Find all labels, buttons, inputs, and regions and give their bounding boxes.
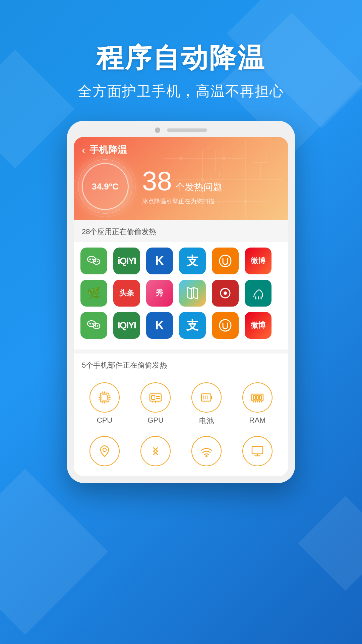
hw-item-ram: RAM xyxy=(232,382,283,426)
svg-point-7 xyxy=(179,157,183,160)
svg-point-35 xyxy=(97,325,99,327)
hw-item-location xyxy=(79,436,130,470)
svg-point-72 xyxy=(205,455,207,457)
app-icon-weibo-1[interactable]: 微博 xyxy=(245,248,272,274)
app-icon-med[interactable]: 🌿 xyxy=(80,280,107,307)
app-icon-wechat-2[interactable] xyxy=(80,312,107,339)
svg-rect-36 xyxy=(100,393,109,402)
hardware-section: 5个手机部件正在偷偷发热 xyxy=(74,354,288,476)
apps-row-3: iQIYI K 支 微博 xyxy=(80,312,282,339)
svg-point-34 xyxy=(95,325,96,327)
hw-item-wifi xyxy=(181,436,232,470)
app-icon-weibo-2[interactable]: 微博 xyxy=(245,312,272,339)
svg-point-9 xyxy=(222,157,226,160)
ram-icon xyxy=(242,382,273,413)
svg-point-17 xyxy=(89,259,91,260)
svg-rect-51 xyxy=(152,395,155,399)
svg-marker-22 xyxy=(187,287,197,299)
phone-camera xyxy=(155,127,160,133)
hw-item-cpu: CPU xyxy=(79,382,130,426)
app-icon-uc-2[interactable] xyxy=(212,312,239,339)
temperature-value: 34.9°C xyxy=(92,181,119,192)
app-icon-alipay-1[interactable]: 支 xyxy=(179,248,206,274)
svg-rect-12 xyxy=(211,171,220,180)
svg-rect-73 xyxy=(252,446,263,454)
app-icon-xiuxiu[interactable]: 秀 xyxy=(146,280,173,307)
app-icon-maps[interactable] xyxy=(179,280,206,307)
app-icon-kuwo-2[interactable]: K xyxy=(146,312,173,339)
apps-grid: iQIYI K 支 微博 xyxy=(74,242,288,350)
app-icon-wechat-1[interactable] xyxy=(80,248,107,274)
hardware-section-label: 5个手机部件正在偷偷发热 xyxy=(74,354,288,376)
app-screen-title: 手机降温 xyxy=(89,144,127,156)
app-icon-iqiyi-2[interactable]: iQIYI xyxy=(113,312,140,339)
phone-top-bar xyxy=(74,127,288,133)
app-body: 28个应用正在偷偷发热 iQIYI K 支 xyxy=(74,220,288,476)
bg-decoration-4 xyxy=(298,496,362,591)
apps-row-1: iQIYI K 支 微博 xyxy=(80,248,282,274)
app-icon-netease[interactable] xyxy=(212,280,239,307)
apps-row-2: 🌿 头条 秀 xyxy=(80,280,282,307)
svg-point-21 xyxy=(97,261,99,262)
gpu-icon xyxy=(140,382,171,413)
svg-rect-13 xyxy=(254,154,267,163)
hardware-row-2 xyxy=(74,433,288,476)
sub-title: 全方面护卫手机，高温不再担心 xyxy=(0,82,362,101)
bg-decoration-5 xyxy=(0,469,108,635)
apps-section-label: 28个应用正在偷偷发热 xyxy=(74,220,288,242)
app-header: ‹ 手机降温 34.9°C 38 个发热问题 冰点降温引擎正在为您扫描... xyxy=(74,137,288,220)
gpu-label: GPU xyxy=(147,416,164,425)
cpu-icon xyxy=(89,382,120,413)
header-section: 程序自动降温 全方面护卫手机，高温不再担心 xyxy=(0,0,362,101)
svg-point-20 xyxy=(95,261,96,262)
hw-item-gpu: GPU xyxy=(130,382,181,426)
svg-rect-37 xyxy=(102,395,107,400)
svg-rect-58 xyxy=(211,396,212,399)
cpu-label: CPU xyxy=(97,416,112,425)
svg-point-31 xyxy=(89,323,91,325)
battery-label: 电池 xyxy=(199,416,214,426)
svg-point-26 xyxy=(224,291,227,295)
bluetooth-icon xyxy=(140,436,171,466)
app-icon-alipay-2[interactable]: 支 xyxy=(179,312,206,339)
main-title: 程序自动降温 xyxy=(0,40,362,76)
temperature-circle: 34.9°C xyxy=(82,163,129,210)
hw-item-bluetooth xyxy=(130,436,181,470)
ram-label: RAM xyxy=(249,416,266,425)
app-icon-toutiao[interactable]: 头条 xyxy=(113,280,140,307)
app-icon-camel[interactable] xyxy=(245,280,272,307)
location-icon xyxy=(89,436,120,466)
battery-icon xyxy=(191,382,222,413)
app-icon-iqiyi-1[interactable]: iQIYI xyxy=(113,248,140,274)
hw-item-battery: 电池 xyxy=(181,382,232,426)
svg-rect-65 xyxy=(259,395,261,399)
app-icon-uc-1[interactable] xyxy=(212,248,239,274)
svg-point-71 xyxy=(103,448,106,451)
svg-point-10 xyxy=(244,200,247,203)
hw-item-screen xyxy=(232,436,283,470)
wifi-icon xyxy=(191,436,222,466)
svg-point-11 xyxy=(180,200,182,203)
svg-rect-63 xyxy=(253,395,255,399)
svg-rect-64 xyxy=(256,395,258,399)
svg-point-8 xyxy=(201,178,204,181)
back-button[interactable]: ‹ xyxy=(82,144,85,156)
phone-mockup: ‹ 手机降温 34.9°C 38 个发热问题 冰点降温引擎正在为您扫描... 2… xyxy=(67,121,295,483)
hardware-row-1: CPU xyxy=(74,376,288,433)
app-icon-kuwo-1[interactable]: K xyxy=(146,248,173,274)
phone-screen: ‹ 手机降温 34.9°C 38 个发热问题 冰点降温引擎正在为您扫描... 2… xyxy=(74,137,288,476)
phone-speaker xyxy=(167,128,207,132)
circuit-pattern xyxy=(160,137,288,220)
screen-icon xyxy=(242,436,273,466)
